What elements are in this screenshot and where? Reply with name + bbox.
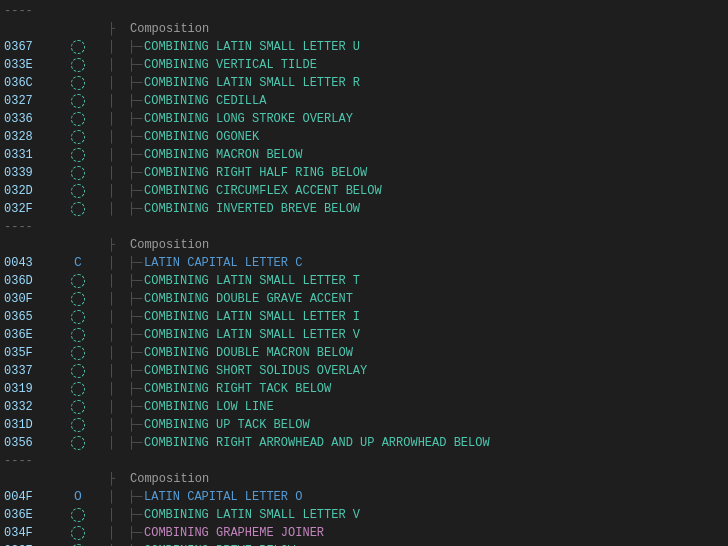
table-row[interactable]: 0336│├─COMBINING LONG STROKE OVERLAY — [0, 110, 728, 128]
tree-indent: ├─ — [128, 524, 142, 542]
char-code: 0367 — [0, 38, 48, 56]
table-row[interactable]: ---- — [0, 218, 728, 236]
tree-line: │ — [108, 542, 128, 546]
tree-indent: ├─ — [128, 308, 142, 326]
char-glyph — [48, 524, 108, 542]
char-name: LATIN CAPITAL LETTER C — [142, 254, 728, 272]
char-name: COMBINING LATIN SMALL LETTER I — [142, 308, 728, 326]
table-row[interactable]: 034F│├─COMBINING GRAPHEME JOINER — [0, 524, 728, 542]
char-name: COMBINING LATIN SMALL LETTER T — [142, 272, 728, 290]
table-row[interactable]: 036E│├─COMBINING LATIN SMALL LETTER V — [0, 506, 728, 524]
char-name: COMBINING RIGHT HALF RING BELOW — [142, 164, 728, 182]
table-row[interactable]: 036C│├─COMBINING LATIN SMALL LETTER R — [0, 74, 728, 92]
table-row[interactable]: ---- — [0, 2, 728, 20]
tree-branch: ├ — [108, 470, 128, 488]
tree-indent: ├─ — [128, 56, 142, 74]
char-glyph — [48, 542, 108, 546]
main-container: ----├Composition0367│├─COMBINING LATIN S… — [0, 0, 728, 546]
char-glyph — [48, 74, 108, 92]
tree-indent: ├─ — [128, 488, 142, 506]
tree-line: │ — [108, 92, 128, 110]
char-name: COMBINING DOUBLE MACRON BELOW — [142, 344, 728, 362]
char-glyph — [48, 326, 108, 344]
tree-line: │ — [108, 506, 128, 524]
char-code: 036E — [0, 506, 48, 524]
table-row[interactable]: 030F│├─COMBINING DOUBLE GRAVE ACCENT — [0, 290, 728, 308]
table-row[interactable]: 036E│├─COMBINING LATIN SMALL LETTER V — [0, 326, 728, 344]
char-name: COMBINING VERTICAL TILDE — [142, 56, 728, 74]
table-row[interactable]: 0319│├─COMBINING RIGHT TACK BELOW — [0, 380, 728, 398]
char-glyph — [48, 200, 108, 218]
table-row[interactable]: ---- — [0, 452, 728, 470]
table-row[interactable]: 0367│├─COMBINING LATIN SMALL LETTER U — [0, 38, 728, 56]
composition-label: Composition — [128, 20, 728, 38]
char-code: 0336 — [0, 110, 48, 128]
tree-line: │ — [108, 344, 128, 362]
table-row[interactable]: 0332│├─COMBINING LOW LINE — [0, 398, 728, 416]
char-name: COMBINING INVERTED BREVE BELOW — [142, 200, 728, 218]
table-row[interactable]: 0337│├─COMBINING SHORT SOLIDUS OVERLAY — [0, 362, 728, 380]
tree-line: │ — [108, 164, 128, 182]
char-glyph — [48, 380, 108, 398]
tree-indent: ├─ — [128, 164, 142, 182]
tree-indent: ├─ — [128, 254, 142, 272]
char-name: COMBINING LOW LINE — [142, 398, 728, 416]
char-code: 031D — [0, 416, 48, 434]
table-row[interactable]: ├Composition — [0, 20, 728, 38]
tree-line: │ — [108, 326, 128, 344]
char-code: 0319 — [0, 380, 48, 398]
char-name: COMBINING RIGHT TACK BELOW — [142, 380, 728, 398]
char-code: 0327 — [0, 92, 48, 110]
table-row[interactable]: 035F│├─COMBINING DOUBLE MACRON BELOW — [0, 344, 728, 362]
table-row[interactable]: 033E│├─COMBINING VERTICAL TILDE — [0, 56, 728, 74]
table-row[interactable]: 0365│├─COMBINING LATIN SMALL LETTER I — [0, 308, 728, 326]
char-code: 033E — [0, 56, 48, 74]
table-row[interactable]: 0043C│├─LATIN CAPITAL LETTER C — [0, 254, 728, 272]
char-name: COMBINING CEDILLA — [142, 92, 728, 110]
tree-indent: ├─ — [128, 362, 142, 380]
table-row[interactable]: 032E│├─COMBINING BREVE BELOW — [0, 542, 728, 546]
char-name: COMBINING RIGHT ARROWHEAD AND UP ARROWHE… — [142, 434, 728, 452]
char-code: 0331 — [0, 146, 48, 164]
char-name: COMBINING LATIN SMALL LETTER U — [142, 38, 728, 56]
char-code: 036D — [0, 272, 48, 290]
char-glyph — [48, 308, 108, 326]
table-row[interactable]: ├Composition — [0, 236, 728, 254]
table-row[interactable]: 032F│├─COMBINING INVERTED BREVE BELOW — [0, 200, 728, 218]
char-name: COMBINING CIRCUMFLEX ACCENT BELOW — [142, 182, 728, 200]
char-glyph — [48, 416, 108, 434]
char-glyph — [48, 290, 108, 308]
table-row[interactable]: 0356│├─COMBINING RIGHT ARROWHEAD AND UP … — [0, 434, 728, 452]
tree-indent: ├─ — [128, 416, 142, 434]
table-row[interactable]: 032D│├─COMBINING CIRCUMFLEX ACCENT BELOW — [0, 182, 728, 200]
char-name: COMBINING DOUBLE GRAVE ACCENT — [142, 290, 728, 308]
tree-branch: ├ — [108, 20, 128, 38]
char-name: COMBINING BREVE BELOW — [142, 542, 728, 546]
char-glyph — [48, 164, 108, 182]
tree-line: │ — [108, 308, 128, 326]
tree-indent: ├─ — [128, 506, 142, 524]
char-glyph — [48, 92, 108, 110]
tree-indent: ├─ — [128, 272, 142, 290]
char-name: COMBINING GRAPHEME JOINER — [142, 524, 728, 542]
table-row[interactable]: 0327│├─COMBINING CEDILLA — [0, 92, 728, 110]
char-code: 0043 — [0, 254, 48, 272]
char-glyph — [48, 398, 108, 416]
table-row[interactable]: ├Composition — [0, 470, 728, 488]
tree-line: │ — [108, 524, 128, 542]
table-row[interactable]: 0339│├─COMBINING RIGHT HALF RING BELOW — [0, 164, 728, 182]
tree-line: │ — [108, 398, 128, 416]
tree-line: │ — [108, 182, 128, 200]
char-name: COMBINING SHORT SOLIDUS OVERLAY — [142, 362, 728, 380]
table-row[interactable]: 031D│├─COMBINING UP TACK BELOW — [0, 416, 728, 434]
char-code: 036C — [0, 74, 48, 92]
char-code: 0332 — [0, 398, 48, 416]
table-row[interactable]: 0328│├─COMBINING OGONEK — [0, 128, 728, 146]
char-name: COMBINING MACRON BELOW — [142, 146, 728, 164]
table-row[interactable]: 0331│├─COMBINING MACRON BELOW — [0, 146, 728, 164]
char-code: 030F — [0, 290, 48, 308]
char-name: COMBINING LONG STROKE OVERLAY — [142, 110, 728, 128]
table-row[interactable]: 004FO│├─LATIN CAPITAL LETTER O — [0, 488, 728, 506]
tree-line: │ — [108, 74, 128, 92]
table-row[interactable]: 036D│├─COMBINING LATIN SMALL LETTER T — [0, 272, 728, 290]
